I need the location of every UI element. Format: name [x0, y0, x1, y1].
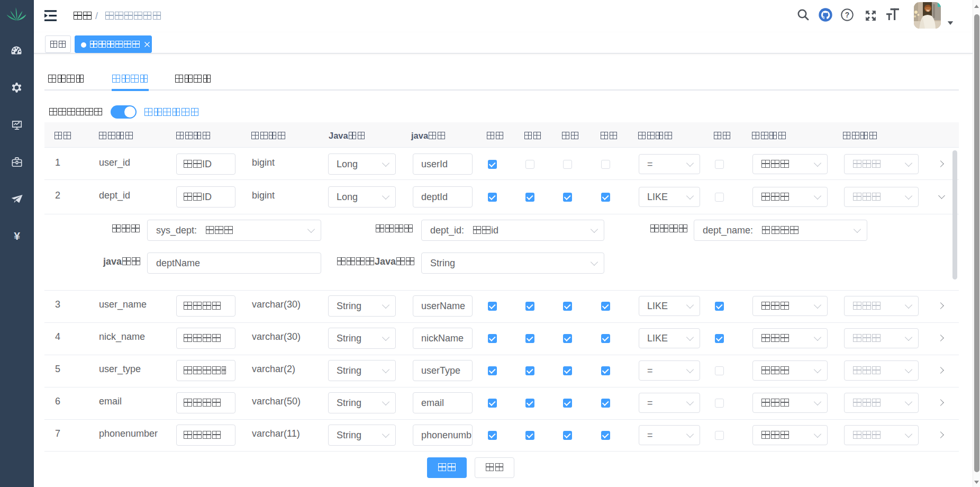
svg-text:?: ? — [845, 11, 850, 19]
